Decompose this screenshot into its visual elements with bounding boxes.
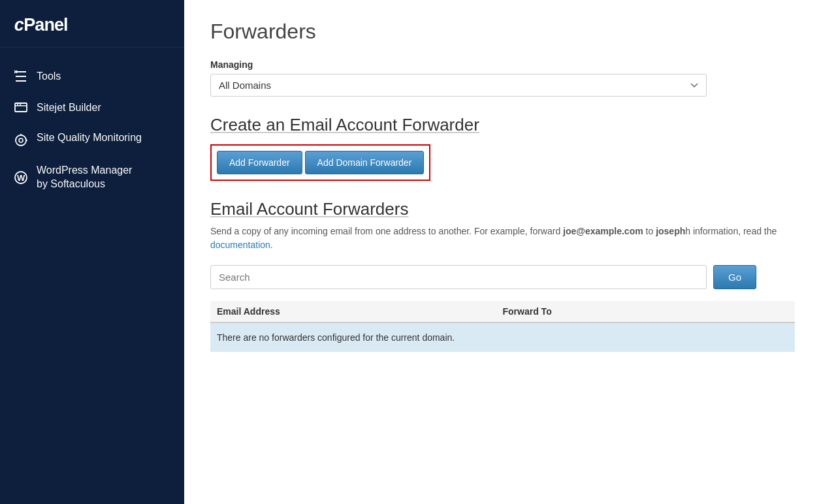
sitejet-icon: [13, 100, 29, 116]
table-empty-row: There are no forwarders configured for t…: [210, 323, 795, 352]
description-email1: joe@example.com: [563, 226, 643, 236]
col-forward-header: Forward To: [503, 306, 789, 317]
description-text1: Send a copy of any incoming email from o…: [210, 226, 563, 236]
sidebar-item-site-quality-label: Site Quality Monitoring: [37, 131, 142, 145]
cpanel-logo-svg: c Panel: [13, 12, 89, 35]
col-email-header: Email Address: [217, 306, 503, 317]
site-quality-icon: [13, 133, 29, 148]
managing-section: Managing All Domains: [210, 59, 795, 97]
tools-icon: [13, 69, 29, 84]
search-row: Go: [210, 265, 795, 289]
go-button[interactable]: Go: [713, 265, 756, 289]
sidebar-item-wordpress[interactable]: W WordPress Managerby Softaculous: [0, 156, 184, 199]
sidebar-logo: c Panel: [0, 0, 184, 48]
svg-text:Panel: Panel: [24, 15, 68, 35]
sidebar-item-tools-label: Tools: [37, 70, 61, 84]
add-forwarder-button[interactable]: Add Forwarder: [217, 151, 302, 174]
domain-select[interactable]: All Domains: [210, 74, 707, 97]
email-forwarders-title: Email Account Forwarders: [210, 199, 795, 219]
create-email-forwarder-section: Create an Email Account Forwarder Add Fo…: [210, 115, 795, 181]
svg-text:c: c: [14, 15, 24, 35]
forwarder-button-group: Add Forwarder Add Domain Forwarder: [210, 144, 430, 181]
description-end: .: [270, 240, 273, 250]
sidebar-nav: Tools Sitejet Builder: [0, 48, 184, 212]
svg-point-12: [19, 138, 23, 142]
sidebar-item-wordpress-label: WordPress Managerby Softaculous: [37, 164, 132, 191]
svg-text:W: W: [17, 173, 25, 183]
search-input[interactable]: [210, 265, 707, 289]
email-account-forwarders-section: Email Account Forwarders Send a copy of …: [210, 199, 795, 352]
table-header: Email Address Forward To: [210, 301, 795, 323]
main-content: Forwarders Managing All Domains Create a…: [184, 0, 821, 504]
description-email2: joseph: [656, 226, 685, 236]
add-domain-forwarder-button[interactable]: Add Domain Forwarder: [305, 151, 425, 174]
description-text2: to: [643, 226, 656, 236]
documentation-link[interactable]: documentation: [210, 240, 270, 250]
svg-rect-7: [15, 103, 27, 112]
forwarders-description: Send a copy of any incoming email from o…: [210, 225, 795, 252]
sidebar-item-sitejet-label: Sitejet Builder: [37, 101, 101, 115]
sidebar-item-sitejet[interactable]: Sitejet Builder: [0, 92, 184, 123]
page-title: Forwarders: [210, 20, 795, 44]
description-text3: h information, read the: [685, 226, 777, 236]
sidebar-item-site-quality[interactable]: Site Quality Monitoring: [0, 123, 184, 156]
create-section-title: Create an Email Account Forwarder: [210, 115, 795, 135]
wordpress-icon: W: [13, 170, 29, 185]
sidebar: c Panel Tools: [0, 0, 184, 504]
cpanel-logo: c Panel: [13, 12, 171, 35]
svg-point-11: [16, 135, 26, 146]
sidebar-item-tools[interactable]: Tools: [0, 61, 184, 92]
forwarders-table: Email Address Forward To There are no fo…: [210, 301, 795, 352]
managing-label: Managing: [210, 59, 795, 70]
